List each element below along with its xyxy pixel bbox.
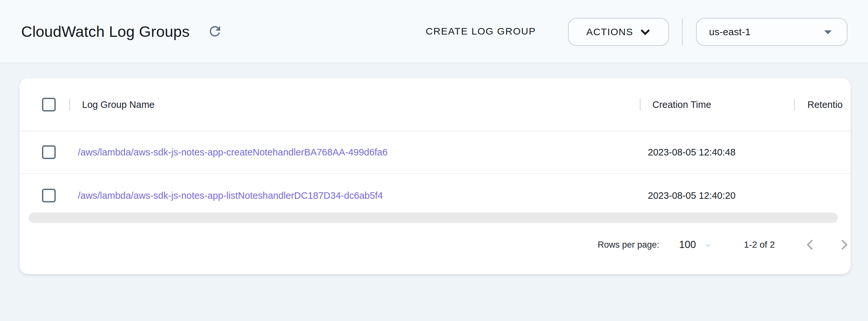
previous-page-button[interactable]	[801, 236, 819, 254]
column-header-log-group-name[interactable]: Log Group Name	[82, 99, 154, 110]
actions-button-label: ACTIONS	[586, 26, 633, 37]
table-row: /aws/lambda/aws-sdk-js-notes-app-listNot…	[20, 174, 851, 217]
row-checkbox[interactable]	[42, 189, 56, 202]
region-selector[interactable]: us-east-1	[696, 18, 847, 46]
creation-time-cell: 2023-08-05 12:40:20	[648, 190, 736, 201]
rows-per-page-label: Rows per page:	[598, 240, 659, 250]
select-all-checkbox[interactable]	[42, 98, 56, 112]
chevron-down-icon	[640, 27, 651, 36]
row-checkbox[interactable]	[42, 145, 56, 159]
header-divider	[682, 19, 683, 45]
log-group-link[interactable]: /aws/lambda/aws-sdk-js-notes-app-listNot…	[78, 190, 383, 201]
column-header-retention[interactable]: Retentio	[807, 99, 843, 110]
app-header: CloudWatch Log Groups CREATE LOG GROUP A…	[0, 0, 868, 63]
page-range-label: 1-2 of 2	[744, 239, 775, 250]
page-title: CloudWatch Log Groups	[21, 23, 190, 40]
column-separator	[69, 99, 70, 111]
create-log-group-button[interactable]: CREATE LOG GROUP	[426, 0, 536, 63]
pagination-bar: Rows per page: 100 1-2 of 2	[20, 223, 851, 267]
table-header-row: Log Group Name Creation Time Retentio	[20, 78, 851, 131]
table-row: /aws/lambda/aws-sdk-js-notes-app-createN…	[20, 131, 851, 174]
actions-button[interactable]: ACTIONS	[568, 18, 669, 46]
cloudwatch-log-groups-page: CloudWatch Log Groups CREATE LOG GROUP A…	[0, 0, 868, 321]
horizontal-scrollbar-thumb[interactable]	[29, 212, 838, 223]
log-group-link[interactable]: /aws/lambda/aws-sdk-js-notes-app-createN…	[78, 147, 388, 158]
refresh-icon	[207, 24, 223, 39]
refresh-button[interactable]	[206, 22, 224, 40]
chevron-right-icon	[838, 238, 850, 252]
log-groups-card: Log Group Name Creation Time Retentio /a…	[20, 78, 851, 274]
rows-per-page-arrow-icon	[701, 238, 715, 253]
chevron-left-icon	[804, 238, 816, 252]
region-selector-value: us-east-1	[709, 26, 751, 37]
column-separator	[640, 99, 641, 111]
dropdown-arrow-icon	[819, 23, 837, 41]
column-header-creation-time[interactable]: Creation Time	[652, 99, 711, 110]
next-page-button[interactable]	[835, 236, 851, 254]
column-separator	[794, 99, 795, 111]
rows-per-page-select[interactable]: 100	[679, 239, 696, 251]
creation-time-cell: 2023-08-05 12:40:48	[648, 147, 736, 158]
